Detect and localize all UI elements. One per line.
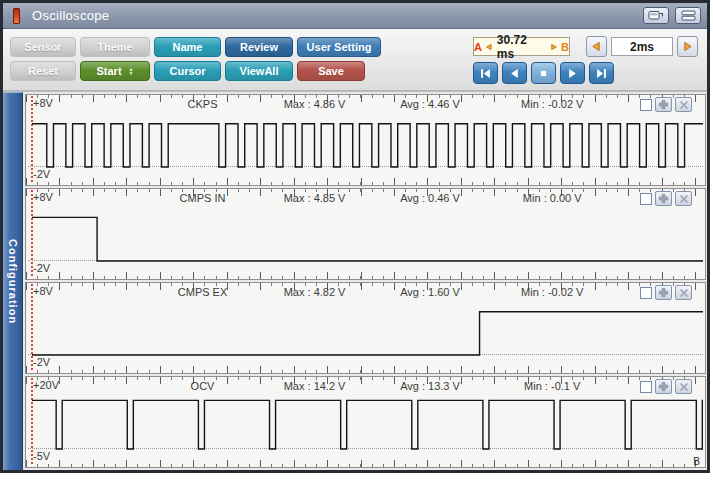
stat-min: Min : -0.02 V <box>521 98 583 110</box>
configuration-tab-label: Configuration <box>7 239 19 324</box>
close-icon <box>679 288 689 298</box>
b-cursor-marker: B <box>693 456 700 467</box>
expand-channel-button[interactable] <box>655 285 672 300</box>
range-top-label: +8V <box>33 285 53 297</box>
waveform-ckps <box>32 95 703 185</box>
range-bottom-label: -2V <box>33 168 50 180</box>
close-channel-button[interactable] <box>675 191 692 206</box>
left-arrow-icon <box>592 41 601 52</box>
reset-button[interactable]: Reset <box>10 61 76 81</box>
toolbar: Sensor Theme Name Review User Setting Re… <box>3 29 707 92</box>
save-button[interactable]: Save <box>297 61 365 81</box>
plus-icon <box>658 381 669 392</box>
range-bottom-label: -2V <box>33 356 50 368</box>
stat-min: Min : -0.02 V <box>521 286 583 298</box>
close-icon <box>679 382 689 392</box>
stat-max: Max : 14.2 V <box>284 380 346 392</box>
close-icon <box>679 100 689 110</box>
channel-ckps: +8V -2V CKPS Max : 4.86 V Avg : 4.46 V M… <box>25 94 706 186</box>
plus-icon <box>658 99 669 110</box>
window-icon[interactable] <box>643 7 669 24</box>
timebase-value[interactable]: 2ms <box>611 37 673 56</box>
cursor-button[interactable]: Cursor <box>154 61 221 81</box>
menu-icon[interactable] <box>675 7 701 24</box>
channel-cmps-ex: +8V -2V CMPS EX Max : 4.82 V Avg : 1.60 … <box>25 282 706 374</box>
plus-icon <box>658 287 669 298</box>
waveform-ocv <box>32 377 703 467</box>
waveform-cmps-ex <box>32 283 703 373</box>
plus-icon <box>658 193 669 204</box>
channel-select-checkbox[interactable] <box>640 287 652 299</box>
range-bottom-label: -2V <box>33 262 50 274</box>
cursor-b-right-arrow-icon[interactable] <box>551 43 558 51</box>
timebase-increase-button[interactable] <box>677 36 698 57</box>
cursor-a-left-arrow-icon[interactable] <box>485 43 492 51</box>
channel-ocv: +20V -5V OCV Max : 14.2 V Avg : 13.3 V M… <box>25 376 706 468</box>
stat-avg: Avg : 1.60 V <box>400 286 460 298</box>
waveform-cmps-in <box>32 189 703 279</box>
play-icon <box>567 68 578 79</box>
review-button[interactable]: Review <box>225 37 293 57</box>
ab-range-value: 30.72 ms <box>495 33 548 61</box>
start-button-label: Start <box>96 65 121 77</box>
channel-select-checkbox[interactable] <box>640 381 652 393</box>
channel-select-checkbox[interactable] <box>640 99 652 111</box>
channel-name: CMPS EX <box>178 286 228 298</box>
range-bottom-label: -5V <box>33 450 50 462</box>
stat-min: Min : 0.00 V <box>523 192 582 204</box>
channel-name: CMPS IN <box>180 192 226 204</box>
range-top-label: +8V <box>33 97 53 109</box>
close-channel-button[interactable] <box>675 285 692 300</box>
expand-channel-button[interactable] <box>655 97 672 112</box>
ab-range-box: A 30.72 ms B <box>473 37 570 56</box>
first-frame-icon <box>480 68 491 79</box>
user-setting-button[interactable]: User Setting <box>297 37 381 57</box>
channel-stack: +8V -2V CKPS Max : 4.86 V Avg : 4.46 V M… <box>23 92 707 470</box>
name-button[interactable]: Name <box>154 37 221 57</box>
first-frame-button[interactable] <box>473 62 498 84</box>
channel-name: CKPS <box>188 98 218 110</box>
channel-name: OCV <box>191 380 215 392</box>
stat-avg: Avg : 0.46 V <box>400 192 460 204</box>
stat-max: Max : 4.82 V <box>284 286 346 298</box>
stat-max: Max : 4.86 V <box>284 98 346 110</box>
cursor-a-label: A <box>474 41 482 53</box>
stat-avg: Avg : 4.46 V <box>400 98 460 110</box>
close-channel-button[interactable] <box>675 97 692 112</box>
configuration-tab[interactable]: Configuration <box>3 92 23 470</box>
spinner-icon: ▲▼ <box>129 67 134 75</box>
stat-max: Max : 4.85 V <box>284 192 346 204</box>
stop-button[interactable] <box>531 62 556 84</box>
titlebar: Oscilloscope <box>3 3 707 29</box>
start-button[interactable]: Start ▲▼ <box>80 61 150 81</box>
window-title: Oscilloscope <box>32 8 109 23</box>
expand-channel-button[interactable] <box>655 379 672 394</box>
sensor-button[interactable]: Sensor <box>10 37 76 57</box>
step-back-button[interactable] <box>502 62 527 84</box>
channel-select-checkbox[interactable] <box>640 193 652 205</box>
close-channel-button[interactable] <box>675 379 692 394</box>
close-icon <box>679 194 689 204</box>
time-controls: A 30.72 ms B 2ms <box>473 36 698 84</box>
range-top-label: +8V <box>33 191 53 203</box>
stop-icon <box>538 68 549 79</box>
cursor-b-label: B <box>561 41 569 53</box>
app-icon <box>13 8 20 24</box>
timebase-decrease-button[interactable] <box>586 36 607 57</box>
oscilloscope-window: Oscilloscope Sensor Theme Name Review Us… <box>0 0 710 473</box>
viewall-button[interactable]: ViewAll <box>225 61 293 81</box>
last-frame-icon <box>596 68 607 79</box>
play-button[interactable] <box>560 62 585 84</box>
right-arrow-icon <box>683 41 692 52</box>
step-back-icon <box>509 68 520 79</box>
range-top-label: +20V <box>33 379 59 391</box>
theme-button[interactable]: Theme <box>80 37 150 57</box>
stat-avg: Avg : 13.3 V <box>400 380 460 392</box>
channel-cmps-in: +8V -2V CMPS IN Max : 4.85 V Avg : 0.46 … <box>25 188 706 280</box>
playback-controls <box>473 62 698 84</box>
expand-channel-button[interactable] <box>655 191 672 206</box>
stat-min: Min : -0.1 V <box>524 380 580 392</box>
last-frame-button[interactable] <box>589 62 614 84</box>
